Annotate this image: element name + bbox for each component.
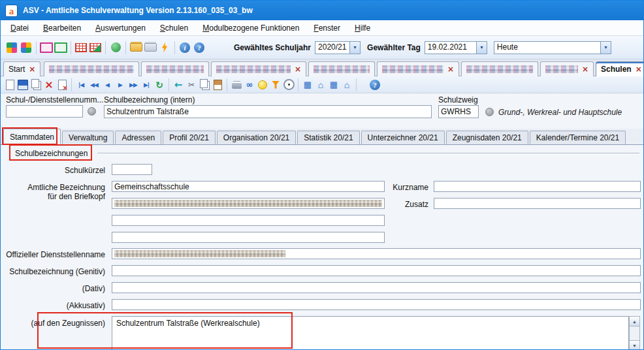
scroll-down-icon[interactable]: ▼ [629, 340, 640, 350]
modules-grid-icon[interactable] [5, 40, 19, 55]
redacted-tab[interactable] [308, 61, 375, 76]
tab-kalender-termine[interactable]: Kalender/Termine 20/21 [530, 131, 626, 144]
schulkuerzel-field[interactable] [112, 164, 152, 175]
nav-next-icon[interactable] [114, 78, 127, 91]
save-icon[interactable] [16, 78, 29, 91]
amtliche-bezeichnung-label-1: Amtliche Bezeichnung [6, 183, 105, 192]
folder-open-icon[interactable] [129, 40, 143, 55]
zusatz-field[interactable] [434, 198, 641, 209]
users-icon[interactable] [19, 40, 33, 55]
tag-date-select[interactable]: 19.02.2021 [425, 41, 487, 54]
tab-organisation[interactable]: Organisation 20/21 [217, 131, 296, 144]
tab-verwaltung[interactable]: Verwaltung [62, 131, 114, 144]
help-icon[interactable] [368, 78, 381, 91]
copy-record-icon[interactable] [29, 78, 42, 91]
redacted-tab[interactable] [44, 61, 139, 76]
menu-modulbezogene-funktionen[interactable]: Modulbezogene Funktionen [195, 21, 306, 35]
menu-auswertungen[interactable]: Auswertungen [88, 21, 153, 35]
close-icon[interactable] [447, 65, 454, 74]
dienststellenname-field[interactable] [112, 248, 641, 259]
redacted-tab[interactable] [141, 61, 209, 76]
monitor-green-icon[interactable] [54, 40, 68, 55]
delete-record-icon[interactable] [42, 78, 56, 91]
tab-statistik[interactable]: Statistik 20/21 [297, 131, 359, 144]
redacted-tab[interactable] [377, 61, 459, 76]
tab-profil[interactable]: Profil 20/21 [163, 131, 216, 144]
nav-prev-icon[interactable] [101, 78, 114, 91]
chevron-down-icon[interactable] [476, 42, 487, 54]
dienststellennummer-field[interactable] [6, 105, 83, 118]
close-icon[interactable] [636, 65, 642, 74]
kurzname-field[interactable] [434, 181, 641, 192]
lightning-icon[interactable] [157, 40, 172, 55]
tab-stammdaten[interactable]: Stammdaten [3, 129, 61, 145]
print-icon[interactable] [230, 78, 243, 91]
akkusativ-label: (Akkusativ) [6, 301, 105, 310]
menu-datei[interactable]: Datei [3, 21, 36, 35]
monitor-pink-icon[interactable] [39, 40, 54, 55]
redacted-tab[interactable] [211, 61, 306, 76]
nav-last-icon[interactable] [140, 78, 153, 91]
tab-zeugnisdaten[interactable]: Zeugnisdaten 20/21 [446, 131, 528, 144]
tables-icon[interactable] [301, 78, 314, 91]
close-icon[interactable] [29, 65, 35, 74]
zeugnisse-scrollbar[interactable]: ▲ ▼ [629, 316, 640, 350]
scroll-up-icon[interactable]: ▲ [629, 316, 640, 326]
paste-icon[interactable] [211, 78, 224, 91]
cut-icon[interactable] [185, 78, 198, 91]
refresh-icon[interactable] [153, 78, 166, 91]
toolbar-separator [125, 41, 126, 54]
amtliche-bezeichnung-field-3[interactable] [112, 215, 385, 226]
heute-select[interactable]: Heute [494, 41, 611, 54]
filter-icon[interactable] [269, 78, 282, 91]
akkusativ-field[interactable] [112, 299, 641, 310]
genitiv-field[interactable] [112, 265, 641, 276]
schuljahr-select[interactable]: 2020/21 [315, 41, 361, 54]
discard-record-icon[interactable] [56, 78, 69, 91]
menu-bearbeiten[interactable]: Bearbeiten [36, 21, 88, 35]
close-icon[interactable] [582, 65, 588, 74]
redacted-tab[interactable] [461, 61, 538, 76]
building-icon[interactable] [314, 78, 327, 91]
table-stats-icon[interactable] [88, 40, 103, 55]
nav-first-icon[interactable] [74, 78, 88, 91]
about-icon[interactable] [192, 40, 206, 55]
globe-icon[interactable] [108, 40, 123, 55]
info-icon[interactable] [178, 40, 192, 55]
app-icon: a [5, 5, 18, 17]
hint-icon[interactable] [256, 78, 269, 91]
menu-fenster[interactable]: Fenster [306, 21, 347, 35]
dativ-field[interactable] [112, 282, 641, 293]
zeugnisse-textarea[interactable]: Schulzentrum Talstraße (Werkrealschule) [112, 316, 629, 350]
table-red-icon[interactable] [74, 40, 88, 55]
back-icon[interactable] [172, 78, 185, 91]
amtliche-bezeichnung-field-2[interactable] [112, 198, 385, 209]
schulbezeichnung-field[interactable]: Schulzentrum Talstraße [104, 105, 432, 118]
schulbezeichnung-value: Schulzentrum Talstraße [106, 107, 189, 116]
classes-icon[interactable] [327, 78, 340, 91]
home-icon[interactable] [340, 78, 353, 91]
redacted-tab[interactable] [540, 61, 594, 76]
close-icon[interactable] [295, 65, 301, 74]
amtliche-bezeichnung-field-4[interactable] [112, 232, 385, 243]
preview-icon[interactable] [243, 78, 256, 91]
tab-schulen[interactable]: Schulen [596, 61, 644, 76]
menu-schulen[interactable]: Schulen [153, 21, 195, 35]
amtliche-bezeichnung-field-1[interactable]: Gemeinschaftsschule [112, 181, 385, 192]
chevron-down-icon[interactable] [349, 42, 360, 54]
tab-start[interactable]: Start [3, 61, 40, 76]
app-window: a ASV - Amtliche Schulverwaltung Version… [0, 0, 644, 350]
nav-next-page-icon[interactable] [127, 78, 140, 91]
tab-unterzeichner[interactable]: Unterzeichner 20/21 [361, 131, 445, 144]
chevron-down-icon[interactable] [600, 42, 611, 54]
copy-icon[interactable] [198, 78, 211, 91]
schulzweig-field[interactable]: GWRHS [438, 105, 479, 118]
heute-value: Heute [494, 42, 600, 54]
new-record-icon[interactable] [3, 78, 16, 91]
folder-icon[interactable] [143, 40, 157, 55]
nav-prev-page-icon[interactable] [88, 78, 101, 91]
menu-hilfe[interactable]: Hilfe [347, 21, 378, 35]
tab-adressen[interactable]: Adressen [115, 131, 161, 144]
history-icon[interactable] [282, 78, 295, 91]
zeugnisse-label: (auf den Zeugnissen) [6, 319, 105, 328]
